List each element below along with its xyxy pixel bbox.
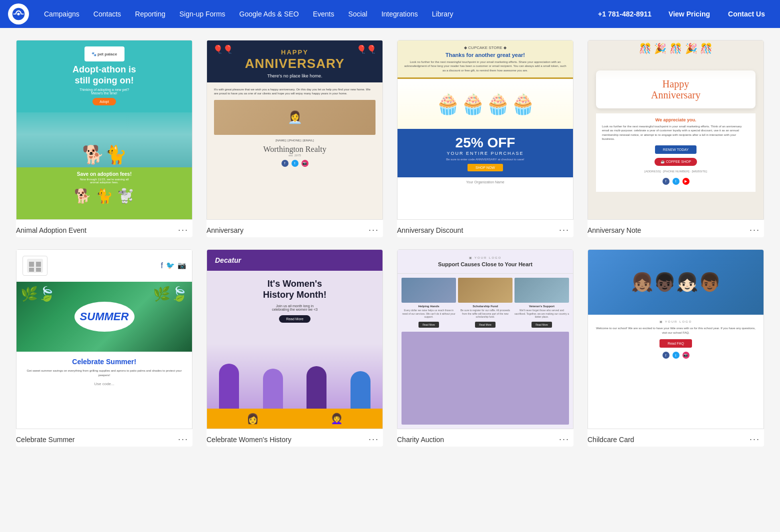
cause-image-1 (402, 278, 456, 303)
card-name-label: Anniversary (206, 226, 244, 234)
preview-agent-image: 👩‍💼 (214, 100, 376, 135)
card-more-menu[interactable]: ··· (366, 434, 381, 445)
preview-summer-logo (22, 256, 48, 276)
silhouette-2 (263, 369, 283, 409)
preview-coffee-shop-logo: ☕ COFFEE SHOP (654, 158, 697, 166)
preview-your-logo: ▣ YOUR LOGO (404, 256, 567, 259)
preview-anniversary-label: ANNIVERSARY (213, 56, 376, 71)
template-card-anniversary-discount[interactable]: ◆ CUPCAKE STORE ◆ Thanks for another gre… (397, 40, 574, 237)
preview-signature: Worthington Realty (214, 145, 376, 154)
cause-title-1: Helping Hands (402, 305, 456, 308)
view-pricing-button[interactable]: View Pricing (662, 7, 717, 21)
twitter-icon: t (672, 352, 680, 359)
youtube-icon: ▶ (682, 178, 690, 185)
nav-social[interactable]: Social (342, 7, 373, 21)
nav-links: Campaigns Contacts Reporting Sign-up For… (38, 7, 592, 21)
preview-subtitle: Thinking of adopting a new pet?Meow's th… (20, 88, 188, 95)
nav-right: +1 781-482-8911 View Pricing Contact Us (592, 7, 772, 21)
facebook-icon: f (662, 178, 670, 185)
template-card-charity-auction[interactable]: ▣ YOUR LOGO Support Causes Close to Your… (397, 249, 574, 447)
card-thumbnail-celebrate-summer: f 🐦 📷 🌿🍃 🌿🍃 SUMMER Celebrate Summer! Get… (16, 249, 192, 429)
preview-summer-image: 🌿🍃 🌿🍃 SUMMER (16, 282, 192, 352)
nav-events[interactable]: Events (307, 7, 340, 21)
svg-point-1 (17, 12, 20, 15)
card-more-menu[interactable]: ··· (748, 225, 762, 235)
preview-title: Adopt-athon isstill going on! (20, 64, 188, 86)
card-footer-celebrate-summer: Celebrate Summer ··· (16, 429, 192, 447)
nav-campaigns[interactable]: Campaigns (38, 7, 86, 21)
card-name-label: Childcare Card (588, 436, 634, 444)
cause-read-btn-1[interactable]: Read More (418, 322, 439, 328)
preview-note-text: Look no further for the next meaningful … (602, 124, 750, 141)
preview-pets-image: 🐕🐈 (16, 112, 192, 167)
preview-summer-header: f 🐦 📷 (16, 250, 192, 282)
contact-us-button[interactable]: Contact Us (721, 7, 772, 21)
cause-veterans-support: Veteran's Support We'll never forget tho… (514, 278, 569, 328)
preview-discount-code: Be sure to enter code ANNIVERSARY at che… (402, 158, 569, 161)
template-card-celebrate-summer[interactable]: f 🐦 📷 🌿🍃 🌿🍃 SUMMER Celebrate Summer! Get… (16, 249, 192, 447)
preview-renew-btn: RENEW TODAY (655, 145, 696, 154)
preview-womens-sub: Join us all month long incelebrating the… (272, 304, 318, 311)
preview-animal-icons: 🐕 🐈 🐩 (20, 188, 188, 204)
template-card-childcare-card[interactable]: 👧🏽👦🏿👧🏻👦🏾 ▣ YOUR LOGO Welcome to our scho… (588, 249, 764, 447)
preview-anndiscount-header: ◆ CUPCAKE STORE ◆ Thanks for another gre… (398, 40, 573, 79)
preview-causes-grid: Helping Hands Every dollar we raise help… (398, 274, 573, 332)
card-more-menu[interactable]: ··· (366, 225, 381, 235)
card-more-menu[interactable]: ··· (557, 434, 572, 445)
person-icon-1: 👩 (246, 413, 259, 425)
svg-rect-5 (29, 268, 34, 272)
nav-signup-forms[interactable]: Sign-up Forms (174, 7, 232, 21)
leaf-icon-right: 🌿🍃 (153, 286, 188, 302)
preview-discount-label: YOUR ENTIRE PURCHASE (402, 151, 569, 156)
facebook-icon: f (662, 352, 670, 359)
preview-social-icons: f 🐦 📷 (161, 261, 186, 270)
preview-womens-photos: 👩 👩‍🦱 (207, 409, 382, 429)
card-name-label: Anniversary Discount (397, 226, 463, 234)
card-thumbnail-anniversary: 🎈🎈 🎈🎈 HAPPY ANNIVERSARY There's no place… (206, 40, 383, 220)
preview-savings-title: Save on adoption fees! (20, 171, 188, 177)
card-footer-anniversary-discount: Anniversary Discount ··· (397, 220, 574, 237)
card-more-menu[interactable]: ··· (748, 434, 762, 445)
template-card-animal-adoption-event[interactable]: 🐾 pet palace Adopt-athon isstill going o… (16, 40, 192, 237)
preview-happy-anni-text: HappyAnniversary (602, 78, 750, 100)
nav-contacts[interactable]: Contacts (88, 7, 127, 21)
preview-purple-placeholder (402, 332, 569, 425)
card-footer-charity-auction: Charity Auction ··· (397, 429, 574, 447)
preview-thanks-title: Thanks for another great year! (404, 52, 567, 58)
person-icon-2: 👩‍🦱 (330, 413, 343, 425)
preview-womens-body: It's Women'sHistory Month! Join us all m… (207, 271, 382, 344)
template-card-anniversary[interactable]: 🎈🎈 🎈🎈 HAPPY ANNIVERSARY There's no place… (206, 40, 383, 237)
cause-read-btn-2[interactable]: Read More (475, 322, 496, 328)
template-card-celebrate-womens-history[interactable]: Decatur It's Women'sHistory Month! Join … (206, 249, 383, 447)
app-logo[interactable] (8, 3, 29, 24)
preview-childcare-body: ▣ YOUR LOGO Welcome to our school! We ar… (588, 315, 764, 429)
nav-library[interactable]: Library (426, 7, 460, 21)
svg-rect-6 (36, 268, 41, 272)
preview-childcare-social: f t 📷 (594, 352, 758, 359)
cause-text-3: We'll never forget those who served and … (514, 309, 569, 319)
preview-women-silhouettes (207, 344, 382, 409)
preview-savings-text: Now through 11/15, we're waiving allanim… (20, 178, 188, 184)
card-thumbnail-anniversary-discount: ◆ CUPCAKE STORE ◆ Thanks for another gre… (397, 40, 574, 220)
nav-reporting[interactable]: Reporting (129, 7, 172, 21)
preview-contact-info: [NAME] | [PHONE] | [EMAIL] (214, 139, 376, 142)
card-more-menu[interactable]: ··· (557, 225, 572, 235)
cause-title-2: Scholarship Fund (458, 305, 512, 308)
cause-image-2 (458, 278, 512, 303)
nav-google-ads-seo[interactable]: Google Ads & SEO (234, 7, 305, 21)
card-more-menu[interactable]: ··· (176, 225, 190, 235)
card-more-menu[interactable]: ··· (176, 434, 190, 445)
cause-read-btn-3[interactable]: Read More (532, 322, 552, 328)
preview-offer-block: 25% OFF YOUR ENTIRE PURCHASE Be sure to … (398, 129, 573, 177)
preview-footer-contact: [ADDRESS] · [PHONE NUMBER] · [WEBSITE] (602, 168, 750, 175)
silhouette-4 (350, 371, 370, 409)
card-name-label: Animal Adoption Event (16, 226, 86, 234)
preview-read-more-btn: Read More (279, 315, 310, 323)
preview-read-faq-btn: Read FAQ (660, 339, 692, 348)
nav-integrations[interactable]: Integrations (376, 7, 424, 21)
preview-childcare-image: 👧🏽👦🏿👧🏻👦🏾 (588, 250, 764, 315)
card-footer-celebrate-womens-history: Celebrate Women's History ··· (206, 429, 383, 447)
card-footer-anniversary-note: Anniversary Note ··· (588, 220, 764, 237)
preview-anniversary-body: It's with great pleasure that we wish yo… (207, 82, 382, 219)
template-card-anniversary-note[interactable]: 🎊 🎉 🎊 🎉 🎊 HappyAnniversary We appreciate… (588, 40, 764, 237)
